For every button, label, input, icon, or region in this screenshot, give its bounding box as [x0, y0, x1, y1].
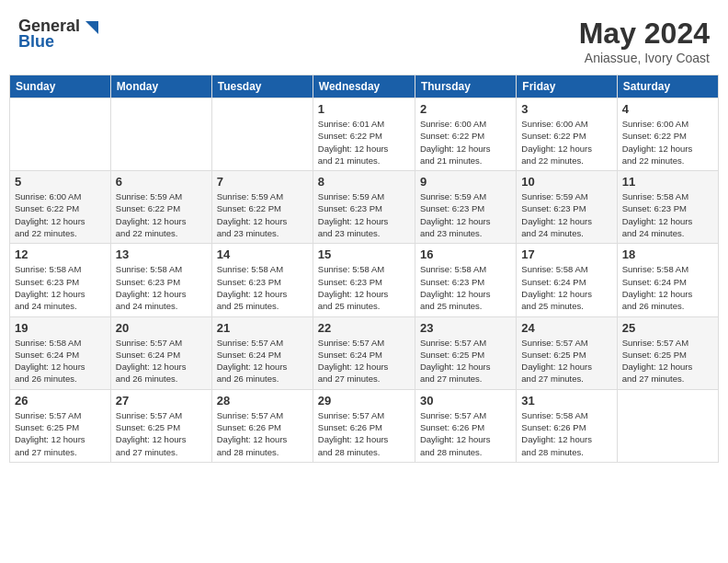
weekday-header-monday: Monday: [110, 75, 211, 98]
week-row-5: 26Sunrise: 5:57 AM Sunset: 6:25 PM Dayli…: [10, 389, 719, 462]
week-row-1: 1Sunrise: 6:01 AM Sunset: 6:22 PM Daylig…: [10, 98, 719, 171]
day-info: Sunrise: 6:00 AM Sunset: 6:22 PM Dayligh…: [622, 118, 713, 167]
day-number: 3: [521, 102, 611, 116]
calendar-cell: 14Sunrise: 5:58 AM Sunset: 6:23 PM Dayli…: [211, 244, 313, 316]
day-info: Sunrise: 5:58 AM Sunset: 6:23 PM Dayligh…: [318, 263, 410, 312]
logo: General Blue: [18, 17, 98, 52]
day-number: 15: [318, 247, 410, 261]
day-info: Sunrise: 5:59 AM Sunset: 6:23 PM Dayligh…: [521, 190, 611, 239]
day-info: Sunrise: 6:01 AM Sunset: 6:22 PM Dayligh…: [318, 118, 410, 167]
day-number: 31: [521, 394, 611, 408]
logo-triangle-icon: [82, 17, 98, 34]
day-info: Sunrise: 6:00 AM Sunset: 6:22 PM Dayligh…: [15, 190, 106, 239]
calendar-cell: 15Sunrise: 5:58 AM Sunset: 6:23 PM Dayli…: [313, 244, 415, 316]
day-info: Sunrise: 5:58 AM Sunset: 6:23 PM Dayligh…: [15, 263, 106, 312]
logo-blue-text: Blue: [18, 32, 54, 52]
calendar-cell: [617, 389, 718, 462]
calendar-cell: 11Sunrise: 5:58 AM Sunset: 6:23 PM Dayli…: [617, 171, 718, 244]
day-info: Sunrise: 5:57 AM Sunset: 6:24 PM Dayligh…: [217, 337, 308, 385]
day-number: 16: [420, 247, 511, 261]
day-number: 23: [420, 321, 511, 335]
day-info: Sunrise: 5:58 AM Sunset: 6:23 PM Dayligh…: [116, 263, 207, 312]
day-number: 20: [116, 321, 207, 335]
day-number: 6: [116, 175, 207, 189]
calendar-cell: 4Sunrise: 6:00 AM Sunset: 6:22 PM Daylig…: [617, 98, 718, 171]
calendar-cell: 12Sunrise: 5:58 AM Sunset: 6:23 PM Dayli…: [10, 244, 111, 316]
location-subtitle: Aniassue, Ivory Coast: [579, 51, 710, 65]
day-number: 30: [420, 394, 511, 408]
title-section: May 2024 Aniassue, Ivory Coast: [579, 17, 710, 65]
calendar-cell: 29Sunrise: 5:57 AM Sunset: 6:26 PM Dayli…: [313, 389, 415, 462]
calendar-cell: [110, 98, 211, 171]
day-info: Sunrise: 5:59 AM Sunset: 6:23 PM Dayligh…: [318, 190, 410, 239]
calendar-cell: 16Sunrise: 5:58 AM Sunset: 6:23 PM Dayli…: [415, 244, 516, 316]
weekday-header-tuesday: Tuesday: [211, 75, 313, 98]
calendar-cell: [211, 98, 313, 171]
calendar-cell: 13Sunrise: 5:58 AM Sunset: 6:23 PM Dayli…: [110, 244, 211, 316]
week-row-3: 12Sunrise: 5:58 AM Sunset: 6:23 PM Dayli…: [10, 244, 719, 316]
day-number: 2: [420, 102, 511, 116]
day-info: Sunrise: 5:57 AM Sunset: 6:25 PM Dayligh…: [420, 337, 511, 385]
calendar-cell: 9Sunrise: 5:59 AM Sunset: 6:23 PM Daylig…: [415, 171, 516, 244]
calendar-cell: 6Sunrise: 5:59 AM Sunset: 6:22 PM Daylig…: [110, 171, 211, 244]
day-number: 17: [521, 247, 611, 261]
calendar-cell: 17Sunrise: 5:58 AM Sunset: 6:24 PM Dayli…: [517, 244, 617, 316]
day-number: 7: [217, 175, 308, 189]
day-number: 25: [622, 321, 713, 335]
day-number: 4: [622, 102, 713, 116]
day-info: Sunrise: 5:59 AM Sunset: 6:23 PM Dayligh…: [420, 190, 511, 239]
day-info: Sunrise: 5:57 AM Sunset: 6:24 PM Dayligh…: [116, 337, 207, 385]
day-number: 1: [318, 102, 410, 116]
calendar-cell: 23Sunrise: 5:57 AM Sunset: 6:25 PM Dayli…: [415, 316, 516, 389]
day-number: 21: [217, 321, 308, 335]
day-number: 28: [217, 394, 308, 408]
day-number: 5: [15, 175, 106, 189]
day-info: Sunrise: 5:59 AM Sunset: 6:22 PM Dayligh…: [217, 190, 308, 239]
calendar-cell: 5Sunrise: 6:00 AM Sunset: 6:22 PM Daylig…: [10, 171, 111, 244]
calendar-cell: 22Sunrise: 5:57 AM Sunset: 6:24 PM Dayli…: [313, 316, 415, 389]
page-header: General Blue May 2024 Aniassue, Ivory Co…: [9, 9, 719, 69]
calendar-cell: 20Sunrise: 5:57 AM Sunset: 6:24 PM Dayli…: [110, 316, 211, 389]
week-row-4: 19Sunrise: 5:58 AM Sunset: 6:24 PM Dayli…: [10, 316, 719, 389]
day-info: Sunrise: 5:58 AM Sunset: 6:23 PM Dayligh…: [217, 263, 308, 312]
day-info: Sunrise: 5:58 AM Sunset: 6:24 PM Dayligh…: [622, 263, 713, 312]
day-info: Sunrise: 5:57 AM Sunset: 6:25 PM Dayligh…: [15, 409, 106, 458]
day-number: 8: [318, 175, 410, 189]
day-number: 9: [420, 175, 511, 189]
calendar-cell: 21Sunrise: 5:57 AM Sunset: 6:24 PM Dayli…: [211, 316, 313, 389]
calendar-cell: 10Sunrise: 5:59 AM Sunset: 6:23 PM Dayli…: [517, 171, 617, 244]
day-number: 11: [622, 175, 713, 189]
weekday-header-wednesday: Wednesday: [313, 75, 415, 98]
day-info: Sunrise: 5:57 AM Sunset: 6:26 PM Dayligh…: [318, 409, 410, 458]
day-info: Sunrise: 5:58 AM Sunset: 6:26 PM Dayligh…: [521, 409, 611, 458]
calendar-cell: 2Sunrise: 6:00 AM Sunset: 6:22 PM Daylig…: [415, 98, 516, 171]
weekday-header-thursday: Thursday: [415, 75, 516, 98]
calendar-cell: 25Sunrise: 5:57 AM Sunset: 6:25 PM Dayli…: [617, 316, 718, 389]
day-number: 12: [15, 247, 106, 261]
day-number: 19: [15, 321, 106, 335]
calendar-cell: 27Sunrise: 5:57 AM Sunset: 6:25 PM Dayli…: [110, 389, 211, 462]
weekday-header-row: SundayMondayTuesdayWednesdayThursdayFrid…: [10, 75, 719, 98]
day-info: Sunrise: 5:58 AM Sunset: 6:24 PM Dayligh…: [15, 337, 106, 385]
day-info: Sunrise: 5:57 AM Sunset: 6:25 PM Dayligh…: [622, 337, 713, 385]
day-number: 24: [521, 321, 611, 335]
calendar-cell: 28Sunrise: 5:57 AM Sunset: 6:26 PM Dayli…: [211, 389, 313, 462]
day-info: Sunrise: 5:57 AM Sunset: 6:24 PM Dayligh…: [318, 337, 410, 385]
calendar-cell: 1Sunrise: 6:01 AM Sunset: 6:22 PM Daylig…: [313, 98, 415, 171]
day-info: Sunrise: 6:00 AM Sunset: 6:22 PM Dayligh…: [521, 118, 611, 167]
calendar-cell: 18Sunrise: 5:58 AM Sunset: 6:24 PM Dayli…: [617, 244, 718, 316]
week-row-2: 5Sunrise: 6:00 AM Sunset: 6:22 PM Daylig…: [10, 171, 719, 244]
day-number: 18: [622, 247, 713, 261]
calendar-cell: 7Sunrise: 5:59 AM Sunset: 6:22 PM Daylig…: [211, 171, 313, 244]
calendar-table: SundayMondayTuesdayWednesdayThursdayFrid…: [9, 75, 719, 463]
calendar-cell: 30Sunrise: 5:57 AM Sunset: 6:26 PM Dayli…: [415, 389, 516, 462]
day-info: Sunrise: 5:58 AM Sunset: 6:23 PM Dayligh…: [420, 263, 511, 312]
day-info: Sunrise: 5:57 AM Sunset: 6:25 PM Dayligh…: [521, 337, 611, 385]
day-number: 14: [217, 247, 308, 261]
month-year-title: May 2024: [579, 17, 710, 51]
day-number: 27: [116, 394, 207, 408]
day-number: 22: [318, 321, 410, 335]
calendar-cell: [10, 98, 111, 171]
svg-marker-0: [85, 21, 98, 34]
weekday-header-saturday: Saturday: [617, 75, 718, 98]
